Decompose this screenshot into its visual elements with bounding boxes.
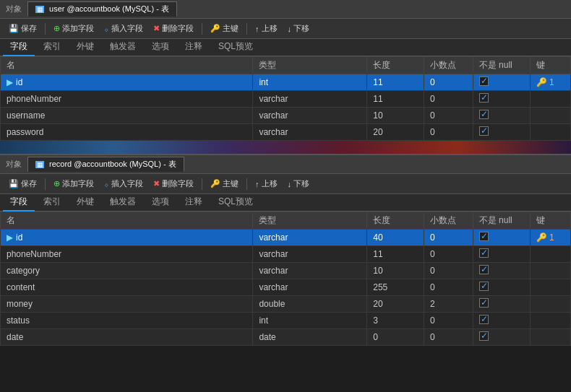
save-button-1[interactable]: 💾 保存 bbox=[4, 22, 41, 35]
tab-fk-1[interactable]: 外键 bbox=[69, 38, 101, 56]
table-row[interactable]: datedate00 bbox=[1, 329, 571, 346]
table-row[interactable]: usernamevarchar100 bbox=[1, 108, 571, 124]
field-type-cell: double bbox=[253, 296, 367, 313]
delete-field-button-2[interactable]: ✖ 删除字段 bbox=[149, 177, 198, 191]
field-name-cell: ▶id bbox=[1, 230, 253, 246]
key-badge: 🔑 1 bbox=[536, 232, 554, 243]
save-button-2[interactable]: 💾 保存 bbox=[4, 177, 41, 191]
fields-table-1: 名 类型 长度 小数点 不是 null 键 ▶idint110🔑 1phoneN… bbox=[0, 56, 571, 141]
field-length-cell: 10 bbox=[367, 263, 424, 279]
tab-trigger-2[interactable]: 触发器 bbox=[103, 193, 143, 212]
table-row[interactable]: categoryvarchar100 bbox=[1, 263, 571, 279]
field-notnull-cell bbox=[473, 74, 530, 91]
field-type-cell: varchar bbox=[253, 124, 367, 141]
field-decimal-cell: 2 bbox=[424, 296, 473, 313]
field-name-cell: category bbox=[1, 263, 253, 279]
field-key-cell bbox=[530, 329, 570, 346]
insert-field-button-1[interactable]: ⬦ 插入字段 bbox=[100, 22, 147, 35]
notnull-checkbox[interactable] bbox=[479, 282, 489, 291]
delete-field-button-1[interactable]: ✖ 删除字段 bbox=[149, 22, 198, 35]
tab-row-1: 字段 索引 外键 触发器 选项 注释 SQL预览 bbox=[0, 39, 571, 56]
tab-index-1[interactable]: 索引 bbox=[36, 38, 68, 56]
field-type-cell: int bbox=[253, 313, 367, 329]
move-up-button-2[interactable]: ↑ 上移 bbox=[251, 177, 282, 191]
add-icon-1: ⊕ bbox=[53, 24, 60, 33]
notnull-checkbox[interactable] bbox=[479, 126, 489, 136]
table-row[interactable]: moneydouble202 bbox=[1, 296, 571, 313]
row-arrow: ▶ bbox=[7, 77, 13, 87]
tab-sql-1[interactable]: SQL预览 bbox=[211, 38, 260, 56]
notnull-checkbox[interactable] bbox=[479, 331, 489, 341]
tab-field-2[interactable]: 字段 bbox=[3, 193, 35, 212]
key-icon-1: 🔑 bbox=[210, 24, 220, 33]
table-row[interactable]: phoneNumbervarchar110 bbox=[1, 91, 571, 108]
sep4 bbox=[45, 178, 46, 190]
table-container-1: 名 类型 长度 小数点 不是 null 键 ▶idint110🔑 1phoneN… bbox=[0, 56, 571, 141]
up-icon-2: ↑ bbox=[255, 180, 259, 188]
move-down-button-1[interactable]: ↓ 下移 bbox=[283, 22, 314, 35]
field-type-cell: varchar bbox=[253, 263, 367, 279]
move-down-button-2[interactable]: ↓ 下移 bbox=[283, 177, 314, 191]
field-key-cell bbox=[530, 263, 570, 279]
insert-icon-1: ⬦ bbox=[104, 25, 109, 33]
table-row[interactable]: ▶idvarchar400🔑 1 bbox=[1, 230, 571, 246]
table-row[interactable]: phoneNumbervarchar110 bbox=[1, 246, 571, 263]
up-icon-1: ↑ bbox=[255, 25, 259, 33]
notnull-checkbox[interactable] bbox=[479, 93, 489, 103]
title-tab-active-1[interactable]: ▦ user @accountbook (MySQL) - 表 bbox=[27, 1, 177, 17]
tab-sql-2[interactable]: SQL预览 bbox=[211, 193, 260, 212]
primary-key-button-1[interactable]: 🔑 主键 bbox=[206, 22, 243, 35]
field-type-cell: date bbox=[253, 329, 367, 346]
insert-field-button-2[interactable]: ⬦ 插入字段 bbox=[100, 177, 147, 191]
field-type-cell: varchar bbox=[253, 279, 367, 296]
col-header-type-1: 类型 bbox=[253, 57, 367, 74]
field-decimal-cell: 0 bbox=[424, 263, 473, 279]
tab-field-1[interactable]: 字段 bbox=[3, 38, 35, 56]
field-length-cell: 11 bbox=[367, 91, 424, 108]
move-up-button-1[interactable]: ↑ 上移 bbox=[251, 22, 282, 35]
tab-fk-2[interactable]: 外键 bbox=[69, 193, 101, 212]
table-row[interactable]: contentvarchar2550 bbox=[1, 279, 571, 296]
primary-key-button-2[interactable]: 🔑 主键 bbox=[206, 177, 243, 191]
field-length-cell: 11 bbox=[367, 74, 424, 91]
tab-comment-1[interactable]: 注释 bbox=[178, 38, 210, 56]
field-key-cell bbox=[530, 313, 570, 329]
field-name-cell: status bbox=[1, 313, 253, 329]
col-header-type-2: 类型 bbox=[253, 212, 367, 230]
notnull-checkbox[interactable] bbox=[479, 77, 489, 86]
col-header-name-2: 名 bbox=[1, 212, 253, 230]
field-notnull-cell bbox=[473, 313, 530, 329]
tab-index-2[interactable]: 索引 bbox=[36, 193, 68, 212]
tab-options-2[interactable]: 选项 bbox=[145, 193, 176, 212]
field-name-cell: phoneNumber bbox=[1, 246, 253, 263]
title-tab-active-2[interactable]: ▦ record @accountbook (MySQL) - 表 bbox=[27, 157, 184, 172]
add-field-button-2[interactable]: ⊕ 添加字段 bbox=[49, 177, 98, 191]
notnull-checkbox[interactable] bbox=[479, 265, 489, 274]
notnull-checkbox[interactable] bbox=[479, 298, 489, 308]
tab-trigger-1[interactable]: 触发器 bbox=[103, 38, 143, 56]
field-decimal-cell: 0 bbox=[424, 91, 473, 108]
fields-table-2: 名 类型 长度 小数点 不是 null 键 ▶idvarchar400🔑 1ph… bbox=[0, 212, 571, 346]
table-row[interactable]: statusint30 bbox=[1, 313, 571, 329]
title-bar-2: 对象 ▦ record @accountbook (MySQL) - 表 bbox=[0, 155, 571, 174]
col-header-length-2: 长度 bbox=[367, 212, 424, 230]
add-field-button-1[interactable]: ⊕ 添加字段 bbox=[49, 22, 98, 35]
tab-options-1[interactable]: 选项 bbox=[145, 38, 176, 56]
notnull-checkbox[interactable] bbox=[479, 248, 489, 258]
obj-label-1: 对象 bbox=[6, 4, 22, 14]
table-row[interactable]: passwordvarchar200 bbox=[1, 124, 571, 141]
field-notnull-cell bbox=[473, 279, 530, 296]
notnull-checkbox[interactable] bbox=[479, 110, 489, 119]
field-key-cell: 🔑 1 bbox=[530, 230, 570, 246]
field-decimal-cell: 0 bbox=[424, 108, 473, 124]
key-badge: 🔑 1 bbox=[536, 77, 554, 87]
table-row[interactable]: ▶idint110🔑 1 bbox=[1, 74, 571, 91]
field-type-cell: int bbox=[253, 74, 367, 91]
tab-comment-2[interactable]: 注释 bbox=[178, 193, 210, 212]
notnull-checkbox[interactable] bbox=[479, 315, 489, 324]
notnull-checkbox[interactable] bbox=[479, 232, 489, 241]
col-header-length-1: 长度 bbox=[367, 57, 424, 74]
col-header-notnull-1: 不是 null bbox=[473, 57, 530, 74]
field-key-cell bbox=[530, 246, 570, 263]
field-notnull-cell bbox=[473, 296, 530, 313]
